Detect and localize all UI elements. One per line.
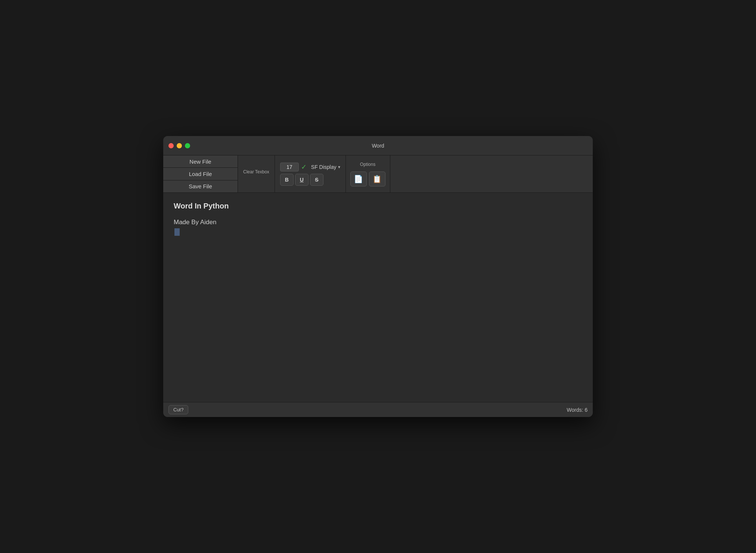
window-controls xyxy=(168,143,190,148)
font-size-row: Clear Texbox xyxy=(243,169,269,177)
cut-button[interactable]: Cut? xyxy=(168,405,188,414)
body-text-line1: Made By Aiden xyxy=(174,219,216,226)
options-group: Options 📄 📋 xyxy=(346,155,390,192)
document-body: Made By Aiden xyxy=(174,217,582,237)
formatting-group: Clear Texbox xyxy=(238,155,275,192)
strikethrough-button[interactable]: S xyxy=(310,174,323,186)
font-dropdown-arrow[interactable]: ▾ xyxy=(338,164,340,170)
close-button[interactable] xyxy=(168,143,174,148)
maximize-button[interactable] xyxy=(185,143,190,148)
new-document-icon: 📄 xyxy=(354,174,363,183)
minimize-button[interactable] xyxy=(177,143,182,148)
clear-texbox-label: Clear Texbox xyxy=(243,169,269,174)
font-size-input[interactable] xyxy=(280,163,299,172)
content-area[interactable]: Word In Python Made By Aiden xyxy=(163,193,593,402)
underline-button[interactable]: U xyxy=(295,174,309,186)
document-title: Word In Python xyxy=(174,202,582,210)
font-controls: ✓ SF Display ▾ B U S xyxy=(275,155,346,192)
bold-button[interactable]: B xyxy=(280,174,294,186)
statusbar: Cut? Words: 6 xyxy=(163,402,593,417)
new-file-button[interactable]: New File xyxy=(163,155,238,168)
save-file-button[interactable]: Save File xyxy=(163,180,238,192)
font-size-check-row: ✓ SF Display ▾ xyxy=(280,163,340,172)
font-name-label: SF Display xyxy=(311,164,337,170)
text-cursor xyxy=(174,228,180,236)
file-buttons-group: New File Load File Save File xyxy=(163,155,238,192)
paste-icon: 📋 xyxy=(372,174,382,183)
app-window: Word New File Load File Save File Clear … xyxy=(163,136,593,417)
word-count: Words: 6 xyxy=(567,407,588,413)
titlebar: Word xyxy=(163,136,593,155)
apply-font-size-button[interactable]: ✓ xyxy=(301,163,307,171)
options-label: Options xyxy=(350,162,385,167)
format-buttons-row: B U S xyxy=(280,174,340,186)
paste-icon-button[interactable]: 📋 xyxy=(369,172,385,186)
options-icons: 📄 📋 xyxy=(350,172,385,186)
toolbar: New File Load File Save File Clear Texbo… xyxy=(163,155,593,193)
load-file-button[interactable]: Load File xyxy=(163,168,238,180)
new-document-icon-button[interactable]: 📄 xyxy=(350,172,367,186)
window-title: Word xyxy=(372,143,384,149)
